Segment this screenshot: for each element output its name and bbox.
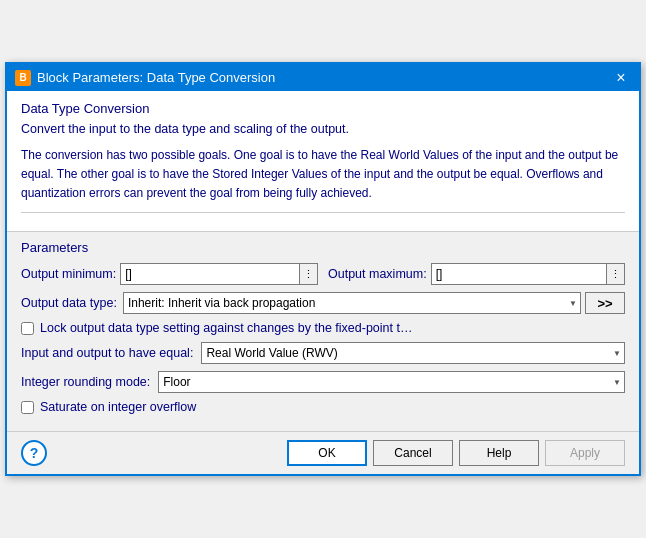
apply-button[interactable]: Apply [545,440,625,466]
dtype-select-wrap: Inherit: Inherit via back propagation >> [123,292,625,314]
title-bar: B Block Parameters: Data Type Conversion… [7,65,639,91]
params-section: Parameters Output minimum: ⋮ Output maxi… [7,232,639,431]
lock-checkbox[interactable] [21,322,34,335]
bottom-buttons: OK Cancel Help Apply [287,440,625,466]
dialog-window: B Block Parameters: Data Type Conversion… [5,62,641,477]
dtype-row: Output data type: Inherit: Inherit via b… [21,292,625,314]
dtype-select[interactable]: Inherit: Inherit via back propagation [123,292,581,314]
min-half: Output minimum: ⋮ [21,263,318,285]
saturate-label: Saturate on integer overflow [40,400,196,414]
section-title: Data Type Conversion [21,101,625,116]
min-max-row: Output minimum: ⋮ Output maximum: ⋮ [21,263,625,285]
bottom-bar: ? OK Cancel Help Apply [7,431,639,474]
help-icon-button[interactable]: ? [21,440,47,466]
title-bar-left: B Block Parameters: Data Type Conversion [15,70,275,86]
output-min-group: ⋮ [120,263,318,285]
ok-button[interactable]: OK [287,440,367,466]
close-button[interactable]: × [611,68,631,88]
saturate-checkbox[interactable] [21,401,34,414]
dialog-icon: B [15,70,31,86]
dtype-select-wrapper: Inherit: Inherit via back propagation [123,292,581,314]
equal-select[interactable]: Real World Value (RWV) [201,342,625,364]
equal-label: Input and output to have equal: [21,346,193,360]
output-min-label: Output minimum: [21,267,116,281]
cancel-button[interactable]: Cancel [373,440,453,466]
lock-checkbox-row: Lock output data type setting against ch… [21,321,625,335]
description-line1: Convert the input to the data type and s… [21,120,625,139]
round-row: Integer rounding mode: Floor [21,371,625,393]
params-title: Parameters [21,240,625,255]
round-label: Integer rounding mode: [21,375,150,389]
description-paragraph: The conversion has two possible goals. O… [21,146,625,213]
output-max-group: ⋮ [431,263,625,285]
saturate-row: Saturate on integer overflow [21,400,625,414]
output-min-input[interactable] [120,263,300,285]
description-body: Data Type Conversion Convert the input t… [7,91,639,233]
max-half: Output maximum: ⋮ [328,263,625,285]
dialog-title: Block Parameters: Data Type Conversion [37,70,275,85]
help-button[interactable]: Help [459,440,539,466]
dtype-arrow-button[interactable]: >> [585,292,625,314]
equal-select-wrapper: Real World Value (RWV) [201,342,625,364]
round-select-wrapper: Floor [158,371,625,393]
output-max-dots-button[interactable]: ⋮ [607,263,625,285]
output-min-dots-button[interactable]: ⋮ [300,263,318,285]
dtype-label: Output data type: [21,296,117,310]
lock-label: Lock output data type setting against ch… [40,321,412,335]
equal-row: Input and output to have equal: Real Wor… [21,342,625,364]
round-select[interactable]: Floor [158,371,625,393]
output-max-label: Output maximum: [328,267,427,281]
output-max-input[interactable] [431,263,607,285]
